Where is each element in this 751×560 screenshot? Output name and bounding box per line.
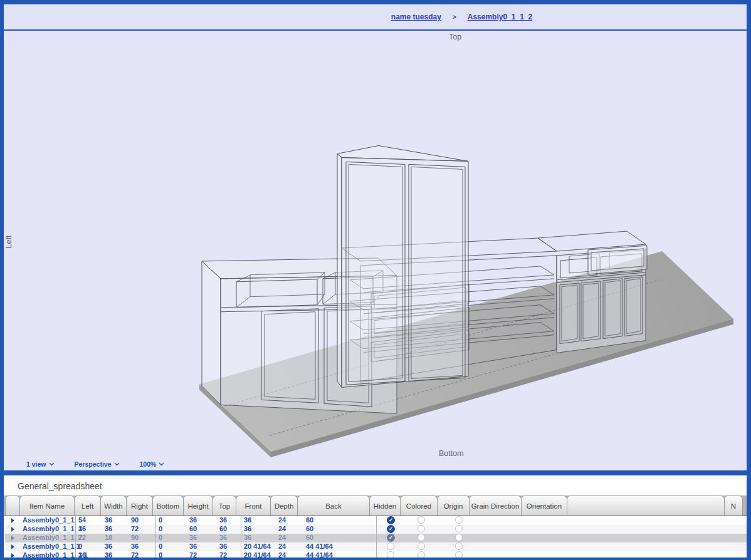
- value-cell[interactable]: 36: [102, 551, 129, 557]
- value-cell[interactable]: 36: [75, 525, 102, 534]
- value-cell[interactable]: 24: [276, 534, 303, 542]
- breadcrumb-link-current[interactable]: Assembly0_1_1_2: [468, 13, 532, 21]
- hidden-check-icon[interactable]: [387, 542, 394, 550]
- hidden-check-icon[interactable]: [387, 551, 394, 557]
- value-cell[interactable]: 72: [129, 551, 155, 557]
- value-cell[interactable]: 36: [102, 516, 129, 525]
- breadcrumb-link-home[interactable]: name tuesday: [391, 13, 441, 21]
- value-cell[interactable]: 36: [187, 542, 217, 551]
- empty-cell: [577, 551, 735, 557]
- origin-radio[interactable]: [455, 534, 463, 541]
- column-header-item-name[interactable]: Item Name: [19, 495, 75, 516]
- row-expander[interactable]: [5, 551, 20, 557]
- column-header-width[interactable]: Width: [100, 495, 127, 516]
- column-header-left[interactable]: Left: [74, 495, 101, 516]
- value-cell[interactable]: 24: [276, 525, 303, 534]
- value-cell[interactable]: 36: [187, 534, 217, 542]
- column-header-front[interactable]: Front: [236, 495, 271, 516]
- value-cell[interactable]: 60: [217, 525, 241, 534]
- value-cell[interactable]: 60: [303, 516, 376, 525]
- value-cell[interactable]: 36: [241, 516, 276, 525]
- value-cell[interactable]: 36: [102, 542, 129, 551]
- value-cell[interactable]: 36: [102, 525, 129, 534]
- origin-radio[interactable]: [455, 542, 463, 550]
- hidden-check-icon[interactable]: ✓: [387, 516, 395, 524]
- value-cell[interactable]: 36: [217, 534, 241, 542]
- origin-radio[interactable]: [455, 525, 463, 532]
- viewport-3d[interactable]: Top Left Bottom 1 view Perspective 100%: [4, 31, 747, 470]
- value-cell[interactable]: 90: [129, 516, 155, 525]
- value-cell[interactable]: 18: [102, 534, 129, 542]
- row-expander[interactable]: [5, 525, 20, 534]
- origin-radio[interactable]: [455, 516, 463, 524]
- value-cell[interactable]: 0: [155, 542, 187, 551]
- value-cell[interactable]: 54: [75, 516, 102, 525]
- value-cell[interactable]: 44 41/64: [303, 551, 376, 557]
- colored-radio[interactable]: [418, 516, 425, 524]
- zoom-dropdown[interactable]: 100%: [140, 460, 165, 468]
- value-cell[interactable]: 0: [155, 551, 187, 557]
- colored-radio[interactable]: [418, 551, 425, 557]
- value-cell[interactable]: 72: [187, 551, 217, 557]
- value-cell[interactable]: 36: [241, 534, 276, 542]
- column-header-top[interactable]: Top: [213, 495, 236, 516]
- column-header-bottom[interactable]: Bottom: [152, 495, 184, 516]
- value-cell[interactable]: 60: [303, 534, 376, 542]
- value-cell[interactable]: 36: [241, 525, 276, 534]
- value-cell[interactable]: 0: [155, 516, 187, 525]
- value-cell[interactable]: 0: [75, 542, 102, 551]
- value-cell[interactable]: 36: [187, 516, 217, 525]
- value-cell[interactable]: 60: [187, 525, 217, 534]
- column-header-origin[interactable]: Origin: [437, 495, 470, 516]
- row-expander[interactable]: [5, 534, 20, 542]
- value-cell[interactable]: 72: [75, 534, 102, 542]
- column-header-orientation[interactable]: Orientation: [521, 495, 567, 516]
- value-cell[interactable]: 90: [129, 534, 155, 542]
- column-header-colored[interactable]: Colored: [400, 495, 438, 516]
- value-cell[interactable]: 24: [276, 551, 303, 557]
- value-cell[interactable]: 60: [303, 525, 376, 534]
- projection-dropdown[interactable]: Perspective: [75, 460, 120, 468]
- item-name-cell[interactable]: Assembly0_1_1_2: [20, 534, 75, 542]
- colored-radio[interactable]: [418, 525, 425, 532]
- value-cell[interactable]: 36: [217, 542, 241, 551]
- value-cell[interactable]: 36: [75, 551, 102, 557]
- value-cell[interactable]: 20 41/64: [241, 542, 276, 551]
- value-cell[interactable]: 44 41/64: [303, 542, 376, 551]
- zoom-level-label: 100%: [140, 460, 157, 468]
- value-cell[interactable]: 24: [276, 542, 303, 551]
- origin-radio[interactable]: [455, 551, 463, 557]
- column-header-hidden[interactable]: Hidden: [369, 495, 401, 516]
- table-row[interactable]: Assembly0_1_1_136367206060362460✓: [5, 525, 747, 534]
- row-expander[interactable]: [5, 542, 20, 551]
- item-name-cell[interactable]: Assembly0_1_1: [20, 516, 75, 525]
- table-row[interactable]: Assembly0_1_154369003636362460✓: [5, 516, 747, 525]
- value-cell[interactable]: 72: [217, 551, 241, 557]
- hidden-check-icon[interactable]: ✓: [387, 534, 395, 542]
- item-name-cell[interactable]: Assembly0_1_1_1 1: [20, 551, 75, 557]
- colored-radio[interactable]: [418, 534, 425, 541]
- value-cell[interactable]: 36: [217, 516, 241, 525]
- column-header-n[interactable]: N: [724, 495, 743, 516]
- hidden-check-icon[interactable]: ✓: [387, 525, 395, 533]
- value-cell[interactable]: 0: [155, 525, 187, 534]
- table-row[interactable]: Assembly0_1_1_272189003636362460✓: [5, 534, 747, 542]
- column-header-depth[interactable]: Depth: [270, 495, 298, 516]
- item-name-cell[interactable]: Assembly0_1_1_1: [20, 525, 75, 534]
- value-cell[interactable]: 72: [129, 525, 155, 534]
- row-expander[interactable]: [5, 516, 20, 525]
- column-header-grain-direction[interactable]: Grain Direction: [469, 495, 522, 516]
- table-row[interactable]: Assembly0_1_1_1 13636720727220 41/642444…: [5, 551, 747, 557]
- value-cell[interactable]: 36: [129, 542, 155, 551]
- colored-radio[interactable]: [418, 542, 425, 550]
- view-count-dropdown[interactable]: 1 view: [26, 460, 55, 468]
- empty-cell: [530, 542, 577, 551]
- column-header-right[interactable]: Right: [126, 495, 153, 516]
- value-cell[interactable]: 24: [276, 516, 303, 525]
- value-cell[interactable]: 0: [155, 534, 187, 542]
- table-row[interactable]: Assembly0_1_1 1036360363620 41/642444 41…: [5, 542, 747, 551]
- value-cell[interactable]: 20 41/64: [241, 551, 276, 557]
- column-header-height[interactable]: Height: [183, 495, 213, 516]
- item-name-cell[interactable]: Assembly0_1_1 1: [20, 542, 75, 551]
- column-header-back[interactable]: Back: [297, 495, 370, 516]
